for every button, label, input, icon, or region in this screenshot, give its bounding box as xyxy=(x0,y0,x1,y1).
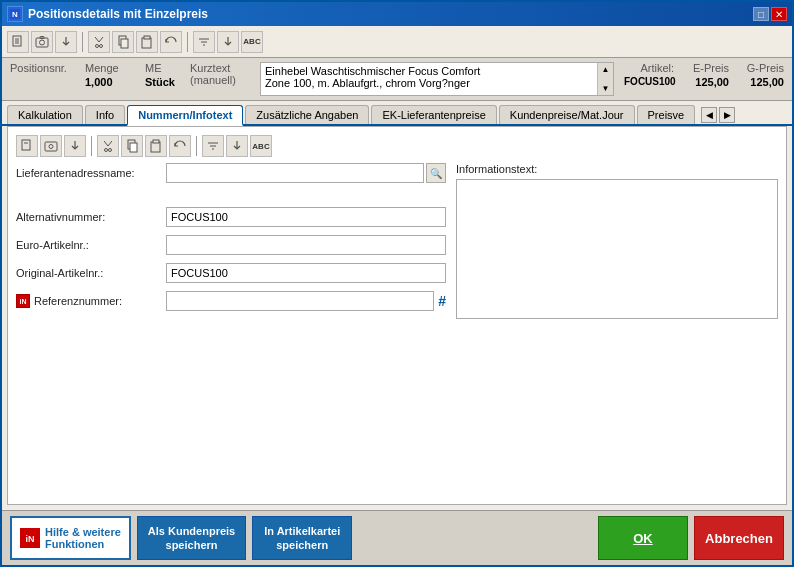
lieferant-search-btn[interactable]: 🔍 xyxy=(426,163,446,183)
main-window: N Positionsdetails mit Einzelpreis □ ✕ xyxy=(0,0,794,567)
alternativ-row: Alternativnummer: xyxy=(16,207,446,227)
kundenpreis-button[interactable]: Als Kundenpreis speichern xyxy=(137,516,246,560)
svg-rect-16 xyxy=(22,140,30,150)
referenz-icon: iN xyxy=(16,294,30,308)
tab-next-btn[interactable]: ▶ xyxy=(719,107,735,123)
artikelkartei-line1: In Artikelkartei xyxy=(263,524,341,538)
tab-prev-btn[interactable]: ◀ xyxy=(701,107,717,123)
toolbar-down2-btn[interactable] xyxy=(217,31,239,53)
toolbar-abc-btn[interactable]: ABC xyxy=(241,31,263,53)
alternativ-label: Alternativnummer: xyxy=(16,211,166,223)
svg-text:N: N xyxy=(12,10,18,19)
lieferant-row: Lieferantenadressname: 🔍 xyxy=(16,163,446,183)
hilfe-icon: iN xyxy=(20,528,40,548)
toolbar-copy-btn[interactable] xyxy=(112,31,134,53)
content-down-btn[interactable] xyxy=(64,135,86,157)
app-icon: N xyxy=(7,6,23,22)
euro-input[interactable] xyxy=(166,235,446,255)
menge-label: Menge xyxy=(85,62,135,74)
svg-text:iN: iN xyxy=(20,298,27,305)
svg-text:iN: iN xyxy=(26,534,35,544)
tab-preisve[interactable]: Preisve xyxy=(637,105,696,124)
original-row: Original-Artikelnr.: xyxy=(16,263,446,283)
content-down2-btn[interactable] xyxy=(226,135,248,157)
spacer1 xyxy=(16,191,446,207)
kundenpreis-line1: Als Kundenpreis xyxy=(148,524,235,538)
hash-button[interactable]: # xyxy=(438,293,446,309)
me-label: ME xyxy=(145,62,180,74)
desc-line1: Einhebel Waschtischmischer Focus Comfort xyxy=(265,65,595,77)
euro-input-wrap xyxy=(166,235,446,255)
toolbar-sep1 xyxy=(82,32,83,52)
toolbar-cut-btn[interactable] xyxy=(88,31,110,53)
referenz-label: iN Referenznummer: xyxy=(16,294,166,308)
kurztext-label: Kurztext (manuell) xyxy=(190,62,250,86)
content-undo-btn[interactable] xyxy=(169,135,191,157)
content-filter-btn[interactable] xyxy=(202,135,224,157)
artikelkartei-button[interactable]: In Artikelkartei speichern xyxy=(252,516,352,560)
original-input[interactable] xyxy=(166,263,446,283)
toolbar-undo-btn[interactable] xyxy=(160,31,182,53)
content-sep1 xyxy=(91,136,92,156)
svg-point-7 xyxy=(40,40,45,45)
content-toolbar: ABC xyxy=(16,135,778,157)
gprice-value: 125,00 xyxy=(739,76,784,88)
content-new-btn[interactable] xyxy=(16,135,38,157)
artikelkartei-line2: speichern xyxy=(263,538,341,552)
bottom-bar: iN Hilfe & weitere Funktionen Als Kunden… xyxy=(2,510,792,565)
tab-kalkulation[interactable]: Kalkulation xyxy=(7,105,83,124)
svg-rect-6 xyxy=(36,38,48,47)
original-label: Original-Artikelnr.: xyxy=(16,267,166,279)
hilfe-button[interactable]: iN Hilfe & weitere Funktionen xyxy=(10,516,131,560)
close-button[interactable]: ✕ xyxy=(771,7,787,21)
me-value: Stück xyxy=(145,76,180,88)
desc-box: Einhebel Waschtischmischer Focus Comfort… xyxy=(260,62,614,96)
main-toolbar: ABC xyxy=(2,26,792,58)
artikel-value: FOCUS100 xyxy=(624,76,674,87)
toolbar-new-btn[interactable] xyxy=(7,31,29,53)
tab-kundenpreise[interactable]: Kundenpreise/Mat.Jour xyxy=(499,105,635,124)
content-photo-btn[interactable] xyxy=(40,135,62,157)
svg-rect-21 xyxy=(130,143,137,152)
tab-ek-lieferant[interactable]: EK-Lieferantenpreise xyxy=(371,105,496,124)
hilfe-line1: Hilfe & weitere xyxy=(45,526,121,538)
toolbar-photo-btn[interactable] xyxy=(31,31,53,53)
tab-nummern[interactable]: Nummern/Infotext xyxy=(127,105,243,126)
abbrechen-button[interactable]: Abbrechen xyxy=(694,516,784,560)
toolbar-filter-btn[interactable] xyxy=(193,31,215,53)
alternativ-input[interactable] xyxy=(166,207,446,227)
tab-zusaetzliche[interactable]: Zusätzliche Angaben xyxy=(245,105,369,124)
maximize-button[interactable]: □ xyxy=(753,7,769,21)
infotext-input[interactable] xyxy=(456,179,778,319)
svg-rect-12 xyxy=(144,36,150,39)
infotext-label: Informationstext: xyxy=(456,163,778,175)
content-paste-btn[interactable] xyxy=(145,135,167,157)
eprice-value: 125,00 xyxy=(684,76,729,88)
content-copy-btn[interactable] xyxy=(121,135,143,157)
window-title: Positionsdetails mit Einzelpreis xyxy=(28,7,208,21)
main-content: ABC Lieferantenadressname: 🔍 Alternativn… xyxy=(7,126,787,505)
toolbar-paste-btn[interactable] xyxy=(136,31,158,53)
lieferant-label: Lieferantenadressname: xyxy=(16,167,166,179)
tab-info[interactable]: Info xyxy=(85,105,125,124)
toolbar-sep2 xyxy=(187,32,188,52)
euro-row: Euro-Artikelnr.: xyxy=(16,235,446,255)
referenz-input[interactable] xyxy=(166,291,434,311)
title-controls: □ ✕ xyxy=(753,7,787,21)
menge-value: 1,000 xyxy=(85,76,135,88)
lieferant-input[interactable] xyxy=(166,163,424,183)
form-section: Lieferantenadressname: 🔍 Alternativnumme… xyxy=(16,163,778,319)
header-row: Positionsnr. Menge 1,000 ME Stück Kurzte… xyxy=(2,58,792,101)
content-cut-btn[interactable] xyxy=(97,135,119,157)
gprice-label: G-Preis xyxy=(739,62,784,74)
content-abc-btn[interactable]: ABC xyxy=(250,135,272,157)
title-bar-left: N Positionsdetails mit Einzelpreis xyxy=(7,6,208,22)
toolbar-down-btn[interactable] xyxy=(55,31,77,53)
svg-rect-18 xyxy=(45,142,57,151)
kundenpreis-line2: speichern xyxy=(148,538,235,552)
content-sep2 xyxy=(196,136,197,156)
ok-button[interactable]: OK xyxy=(598,516,688,560)
euro-label: Euro-Artikelnr.: xyxy=(16,239,166,251)
hilfe-line2: Funktionen xyxy=(45,538,104,550)
svg-point-19 xyxy=(49,145,53,149)
